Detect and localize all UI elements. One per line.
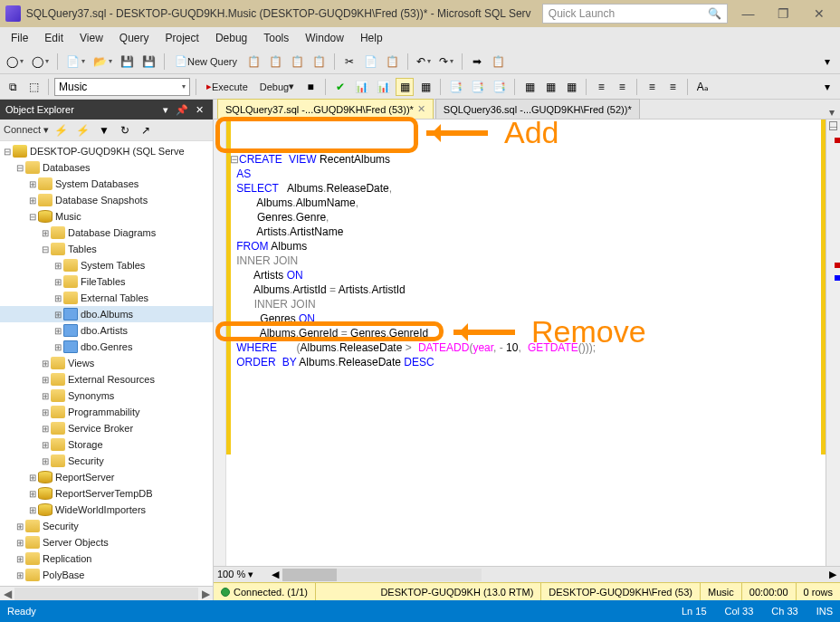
tb-icon-5[interactable]: ➡: [468, 53, 486, 71]
new-query-button[interactable]: 📄 New Query: [170, 53, 242, 71]
menu-file[interactable]: File: [4, 29, 35, 47]
tree-databases[interactable]: ⊟Databases: [0, 159, 213, 176]
close-button[interactable]: ✕: [805, 0, 835, 27]
tab-sqlquery36[interactable]: SQLQuery36.sql -...GUQD9KH\Fred (52))*: [435, 99, 640, 119]
debug-button[interactable]: Debug ▾: [255, 78, 299, 96]
tb2-icon-5[interactable]: ▦: [396, 78, 414, 96]
tb2-icon-7[interactable]: 📑: [446, 78, 465, 96]
execute-button[interactable]: ▸ Execute: [202, 78, 253, 96]
zoom-select[interactable]: 100 % ▾: [214, 569, 268, 580]
tree-reportserver[interactable]: ⊞ReportServer: [0, 469, 213, 485]
tb2-icon-6[interactable]: ▦: [416, 78, 434, 96]
tree-system-databases[interactable]: ⊞System Databases: [0, 176, 213, 192]
tree-service-broker[interactable]: ⊞Service Broker: [0, 420, 213, 436]
oe-hscroll[interactable]: ◀▶: [0, 586, 213, 600]
close-icon[interactable]: ✕: [417, 103, 425, 115]
outdent-button[interactable]: ≡: [663, 78, 682, 96]
tb2-icon-10[interactable]: Aₐ: [693, 78, 711, 96]
stop-button[interactable]: ■: [301, 78, 320, 96]
tree-programmability[interactable]: ⊞Programmability: [0, 404, 213, 420]
tb-icon-1[interactable]: 📋: [244, 53, 263, 71]
results-file-button[interactable]: ▦: [562, 78, 580, 96]
scroll-left-icon[interactable]: ◀: [268, 569, 282, 580]
menu-debug[interactable]: Debug: [208, 29, 254, 47]
uncomment-button[interactable]: ≡: [613, 78, 631, 96]
tabstrip-menordropdown-icon[interactable]: ▾: [824, 106, 840, 119]
cut-button[interactable]: ✂: [340, 53, 358, 71]
save-button[interactable]: 💾: [118, 53, 137, 71]
results-grid-button[interactable]: ▦: [520, 78, 539, 96]
save-all-button[interactable]: 💾: [139, 53, 158, 71]
tree-synonyms[interactable]: ⊞Synonyms: [0, 388, 213, 404]
forward-button[interactable]: ◯: [29, 53, 52, 71]
tree-security-db[interactable]: ⊞Security: [0, 453, 213, 469]
menu-project[interactable]: Project: [158, 29, 206, 47]
tree-replication[interactable]: ⊞Replication: [0, 550, 213, 567]
code-editor[interactable]: ⊟CREATE VIEW RecentAlbums AS SELECT Albu…: [226, 120, 826, 566]
tree-server-objects[interactable]: ⊞Server Objects: [0, 534, 213, 550]
tb-icon-2[interactable]: 📋: [266, 53, 285, 71]
oe-tb-3[interactable]: ↗: [137, 121, 155, 139]
tree-database-snapshots[interactable]: ⊞Database Snapshots: [0, 192, 213, 208]
results-text-button[interactable]: ▦: [541, 78, 559, 96]
comment-button[interactable]: ≡: [592, 78, 610, 96]
restore-button[interactable]: ❐: [768, 0, 798, 27]
tree-server[interactable]: ⊟DESKTOP-GUQD9KH (SQL Serve: [0, 143, 213, 159]
tb2-icon-9[interactable]: 📑: [490, 78, 509, 96]
tb2-icon-8[interactable]: 📑: [468, 78, 487, 96]
oe-filter-icon[interactable]: ▼: [95, 121, 113, 139]
tree-database-diagrams[interactable]: ⊞Database Diagrams: [0, 225, 213, 241]
menu-window[interactable]: Window: [298, 29, 351, 47]
tree-reportservertemp[interactable]: ⊞ReportServerTempDB: [0, 485, 213, 502]
tree-dbo-artists[interactable]: ⊞dbo.Artists: [0, 322, 213, 339]
tb-icon-4[interactable]: 📋: [310, 53, 329, 71]
tree-polybase[interactable]: ⊞PolyBase: [0, 567, 213, 583]
oe-close-icon[interactable]: ✕: [192, 104, 207, 116]
parse-button[interactable]: ✔: [331, 78, 349, 96]
tree-external-resources[interactable]: ⊞External Resources: [0, 371, 213, 388]
menu-edit[interactable]: Edit: [37, 29, 71, 47]
tree-external-tables[interactable]: ⊞External Tables: [0, 290, 213, 306]
oe-tb-2[interactable]: ⚡: [73, 121, 92, 139]
oe-pin-icon[interactable]: 📌: [172, 104, 192, 116]
menu-tools[interactable]: Tools: [256, 29, 296, 47]
tb2-overflow[interactable]: ▾: [818, 78, 836, 96]
tree-filetables[interactable]: ⊞FileTables: [0, 273, 213, 290]
database-select[interactable]: Music: [54, 78, 190, 96]
oe-tb-1[interactable]: ⚡: [52, 121, 71, 139]
tb2-icon-2[interactable]: ⬚: [24, 78, 43, 96]
connect-button[interactable]: Connect ▾: [4, 124, 49, 136]
new-item-button[interactable]: 📄: [63, 53, 88, 71]
tree-music-db[interactable]: ⊟Music: [0, 208, 213, 225]
tb2-icon-3[interactable]: 📊: [352, 78, 371, 96]
tree-storage[interactable]: ⊞Storage: [0, 436, 213, 453]
tb-overflow[interactable]: ▾: [818, 53, 836, 71]
tb2-icon-1[interactable]: ⧉: [4, 78, 22, 96]
tree-dbo-albums[interactable]: ⊞dbo.Albums: [0, 306, 213, 322]
tree-views[interactable]: ⊞Views: [0, 355, 213, 371]
hscroll-track[interactable]: [282, 569, 482, 581]
tb2-icon-4[interactable]: 📊: [374, 78, 393, 96]
tb-icon-6[interactable]: 📋: [489, 53, 508, 71]
tab-sqlquery37[interactable]: SQLQuery37.sql -...GUQD9KH\Fred (53))*✕: [217, 99, 434, 119]
menu-view[interactable]: View: [72, 29, 110, 47]
editor-vscroll[interactable]: —: [826, 120, 840, 566]
indent-button[interactable]: ≡: [643, 78, 661, 96]
paste-button[interactable]: 📋: [383, 53, 402, 71]
tree-tables[interactable]: ⊟Tables: [0, 241, 213, 257]
undo-button[interactable]: ↶: [414, 53, 434, 71]
oe-refresh-icon[interactable]: ↻: [116, 121, 134, 139]
minimize-button[interactable]: —: [733, 0, 763, 27]
tree-wideworldimporters[interactable]: ⊞WideWorldImporters: [0, 502, 213, 518]
copy-button[interactable]: 📄: [361, 53, 380, 71]
tb-icon-3[interactable]: 📋: [288, 53, 307, 71]
tree-system-tables[interactable]: ⊞System Tables: [0, 257, 213, 273]
object-explorer-tree[interactable]: ⊟DESKTOP-GUQD9KH (SQL Serve ⊟Databases ⊞…: [0, 141, 213, 586]
scroll-right-icon[interactable]: ▶: [826, 569, 840, 580]
back-button[interactable]: ◯: [4, 53, 26, 71]
menu-query[interactable]: Query: [112, 29, 157, 47]
redo-button[interactable]: ↷: [436, 53, 456, 71]
tree-security[interactable]: ⊞Security: [0, 518, 213, 534]
oe-dropdown-icon[interactable]: ▾: [159, 104, 172, 116]
quick-launch-input[interactable]: Quick Launch 🔍: [542, 4, 728, 24]
